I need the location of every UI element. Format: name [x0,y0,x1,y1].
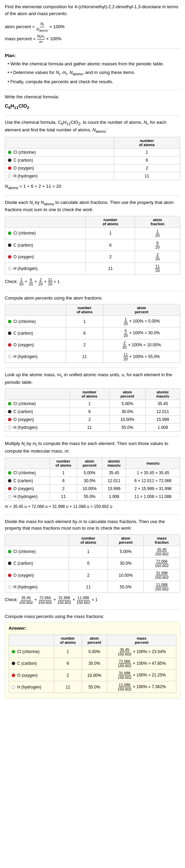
table-row: C (carbon) 6 620 × 100% = 30.0% [5,327,180,339]
o-atoms-1: 2 [114,164,180,172]
n-atoms-eq: Natoms = 1 + 6 + 2 + 11 = 20 [5,183,180,191]
divide-mass-section: Divide the mass for each element by m to… [5,518,180,605]
dot-c-3 [8,332,11,335]
formulas-section: atom percent = Ni Natoms × 100% mass per… [5,22,180,44]
divider-3 [5,115,180,116]
dot-cl-6 [8,550,11,553]
element-cl-1: Cl (chlorine) [5,148,114,156]
chemical-formula-title: Write the chemical formula: [5,94,180,100]
dot-cl-5 [8,471,11,475]
elements-table-2: numberof atoms atomfraction Cl (chlorine… [5,216,180,275]
table-row: C (carbon) 6 30.0% 72.066150.602 × 100% … [9,658,176,669]
divider-1 [5,48,180,49]
atomic-mass-section: Look up the atomic mass, mi, in unified … [5,371,180,432]
table-row: C (carbon) 6 620 [5,239,180,251]
divider-6 [5,368,180,368]
element-h-1: H (hydrogen) [5,172,114,180]
table-row: Cl (chlorine) 1 5.00% 35.45 [5,400,180,408]
m-equation: m = 35.45 u + 72.066 u + 31.998 u + 11.0… [5,503,180,510]
divider-9 [5,609,180,610]
plan-list: Write the chemical formula and gather at… [8,61,180,85]
table-row: Cl (chlorine) 1 [5,148,180,156]
c-atoms-1: 6 [114,156,180,164]
dot-o-4 [8,418,11,421]
table-row: H (hydrogen) 11 1120 [5,263,180,274]
divider-8 [5,514,180,515]
dot-h-3 [8,355,11,358]
elements-table-6: numberof atoms atompercent massfraction … [5,534,180,593]
h-atoms-1: 11 [114,172,180,180]
dot-o-2 [8,255,11,259]
dot-c-6 [8,562,11,565]
table-row: C (carbon) 6 30.0% 12.011 6 × 12.011 = 7… [5,477,180,485]
table-row: C (carbon) 6 30.0% 72.066150.602 [5,557,180,569]
mass-percent-section: Compute mass percents using the mass fra… [5,613,180,699]
atom-percent-suffix: × 100% [49,24,64,29]
mass-percent-formula: mass percent = Nimi m × 100% [5,34,180,44]
dot-o-5 [8,487,11,490]
dot-o-1 [8,166,11,170]
col-num-atoms-1: numberof atoms [114,137,180,148]
table-row: O (oxygen) 2 [5,164,180,172]
use-formula-section: Use the chemical formula, C6H11ClO2, to … [5,119,180,190]
dot-c-2 [8,243,11,247]
mass-percent-fraction: Nimi m [37,34,45,44]
dot-h-5 [8,495,11,498]
plan-item-2: • Determine values for Ni, mi, Natoms, a… [8,69,180,77]
divide-text: Divide each Ni by Natoms to calculate at… [5,199,180,213]
dot-o-7 [12,674,15,677]
col-num-atoms-2: numberof atoms [86,216,135,227]
elements-table-5: numberof atoms atompercent atomicmass/u … [5,457,180,501]
atom-percent-fraction: Ni Natoms [36,22,48,33]
dot-o-3 [8,343,11,347]
table-row: H (hydrogen) 11 55.0% 1.008 11 × 1.008 =… [5,492,180,500]
elements-table-1: numberof atoms Cl (chlorine) 1 C (carbon… [5,137,180,180]
atom-percent-label: atom percent = [5,24,36,29]
page-title: Find the elemental composition for 4-(ch… [5,3,180,17]
plan-section: Plan: Write the chemical formula and gat… [5,52,180,85]
dot-h-7 [12,685,15,689]
table-row: Cl (chlorine) 1 5.00% 35.45150.602 [5,546,180,557]
divide-section: Divide each Ni by Natoms to calculate at… [5,199,180,286]
table-row: O (oxygen) 2 10.00% 15.999 2 × 15.999 = … [5,485,180,492]
plan-item-3: Finally, compute the percents and check … [8,78,180,85]
dot-c-1 [8,159,11,162]
col-atom-frac-2: atomfraction [135,216,180,227]
table-row: C (carbon) 6 30.0% 12.011 [5,408,180,416]
dot-c-5 [8,479,11,482]
element-c-1: C (carbon) [5,156,114,164]
dot-cl-7 [12,650,15,653]
divider-2 [5,90,180,90]
dot-cl-1 [8,151,11,154]
multiply-section: Multiply Ni by mi to compute the mass fo… [5,440,180,509]
plan-item-1: Write the chemical formula and gather at… [8,61,180,67]
table-row: H (hydrogen) 11 55.0% 1.008 [5,424,180,432]
answer-box: Answer: numberof atoms atompercent massp… [5,622,180,699]
dot-h-1 [8,174,11,178]
elements-table-3: numberof atoms atompercent Cl (chlorine)… [5,304,180,363]
element-o-1: O (oxygen) [5,164,114,172]
plan-title: Plan: [5,52,180,59]
answer-label: Answer: [9,625,176,632]
divide-mass-text: Divide the mass for each element by m to… [5,518,180,532]
dot-cl-4 [8,402,11,405]
col-element-2 [5,216,86,227]
table-row: O (oxygen) 2 10.00% 15.999 [5,416,180,424]
chemical-formula-display: C6H11ClO2 [5,102,180,110]
chemical-formula-section: Write the chemical formula: C6H11ClO2 [5,94,180,110]
mass-percent-label: mass percent = [5,36,37,41]
divider-7 [5,436,180,437]
look-up-text: Look up the atomic mass, mi, in unified … [5,371,180,386]
dot-c-4 [8,410,11,413]
mass-percent-suffix: × 100% [46,36,61,41]
table-row: C (carbon) 6 [5,156,180,164]
divider-4 [5,195,180,196]
table-row: H (hydrogen) 11 55.0% 11.088150.602 [5,581,180,593]
table-row: O (oxygen) 2 220 × 100% = 10.00% [5,339,180,351]
table-row: H (hydrogen) 11 1120 × 100% = 55.0% [5,351,180,362]
cl-atoms-1: 1 [114,148,180,156]
dot-c-7 [12,662,15,665]
table-row: O (oxygen) 2 10.00% 31.998150.602 × 100%… [9,669,176,681]
dot-cl-3 [8,320,11,323]
table-row: Cl (chlorine) 1 120 [5,227,180,239]
